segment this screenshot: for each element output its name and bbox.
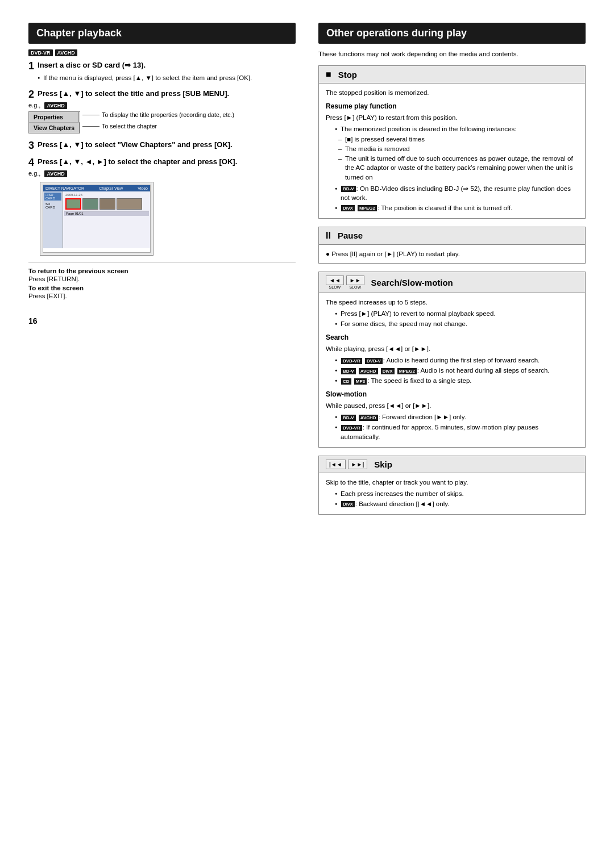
slowmotion-while-text: While paused, press [◄◄] or [►►]. (326, 401, 578, 410)
badge-dvd-v-s: DVD-V (365, 358, 383, 364)
return-heading: To return to the previous screen (28, 268, 296, 274)
badge-cd-s: CD (341, 378, 351, 385)
properties-box-wrapper: Properties View Chapters To display the … (28, 111, 296, 133)
badge-bd-v-s: BD-V (341, 368, 356, 374)
props-label-viewchapters: View Chapters (29, 123, 80, 133)
connector-viewchapters: To select the chapter (82, 123, 234, 130)
op-stop-body: The stopped position is memorized. Resum… (319, 84, 585, 218)
step-1-heading: 1 Insert a disc or SD card (⇒ 13). (28, 61, 296, 71)
step-2-heading: 2 Press [▲, ▼] to select the title and p… (28, 89, 296, 99)
skip-bullet-1: Each press increases the number of skips… (335, 489, 578, 498)
screen-date: 2009.11.25 (64, 193, 149, 197)
step-3: 3 Press [▲, ▼] to select "View Chapters"… (28, 140, 296, 151)
badge-mpeg2: MPEG2 (358, 205, 377, 211)
badge-divx-s: DivX (381, 368, 395, 374)
page-wrapper: Chapter playback DVD-VR AVCHD 1 Insert a… (28, 23, 586, 523)
pause-body-text: ● Press [II] again or [►] (PLAY) to rest… (326, 249, 578, 258)
screen-panel-item-1: □ SD CARD (44, 193, 61, 201)
right-intro: These functions may not work depending o… (318, 49, 586, 59)
step-2: 2 Press [▲, ▼] to select the title and p… (28, 89, 296, 133)
step-4-eg-badge: AVCHD (44, 170, 67, 177)
left-title: Chapter playback (36, 27, 122, 39)
step-4-eg: e.g., AVCHD (28, 170, 296, 177)
viewchapters-desc-text: To select the chapter (102, 123, 157, 130)
badge-divx: DivX (341, 205, 355, 211)
step-3-heading: 3 Press [▲, ▼] to select "View Chapters"… (28, 140, 296, 151)
screen-page-info: Page 01/01 (66, 212, 84, 215)
right-column: Other operations during play These funct… (318, 23, 586, 523)
badge-avchd: AVCHD (55, 49, 77, 56)
badge-divx-skip: DivX (341, 501, 355, 507)
badge-mp3-s: MP3 (354, 378, 367, 385)
resume-bullets: The memorized position is cleared in the… (335, 124, 578, 133)
step-4: 4 Press [▲, ▼, ◄, ►] to select the chapt… (28, 157, 296, 256)
rewind-icon-box: ◄◄ SLOW (326, 276, 344, 289)
step-1-title: Insert a disc or SD card (⇒ 13). (38, 61, 146, 70)
thumb-2 (82, 198, 98, 210)
op-stop-header: ■ Stop (319, 66, 585, 84)
resume-extra-1: BD-V: On BD-Video discs including BD-J (… (335, 184, 578, 202)
search-bullet-1: Press [►] (PLAY) to revert to normal pla… (335, 309, 578, 318)
resume-text: Press [►] (PLAY) to restart from this po… (326, 113, 578, 122)
skip-back-icon: |◄◄ (326, 460, 346, 469)
pause-title: Pause (338, 231, 363, 240)
op-search-body: The speed increases up to 5 steps. Press… (319, 293, 585, 447)
exit-press2: Press [EXIT]. (28, 293, 296, 299)
slowmotion-bullet-1: BD-V AVCHD: Forward direction [►►] only. (335, 412, 578, 422)
op-stop: ■ Stop The stopped position is memorized… (318, 65, 586, 219)
search-bullet-2: For some discs, the speed may not change… (335, 319, 578, 328)
step-2-number: 2 (28, 89, 34, 99)
op-pause: II Pause ● Press [II] again or [►] (PLAY… (318, 227, 586, 264)
screen-title-right: Chapter View (99, 186, 123, 190)
resume-bullet-1: The memorized position is cleared in the… (335, 124, 578, 133)
search-while-text: While playing, press [◄◄] or [►►]. (326, 344, 578, 353)
connector-properties: To display the title properties (recordi… (82, 111, 234, 118)
step-2-title: Press [▲, ▼] to select the title and pre… (38, 89, 229, 99)
op-search: ◄◄ SLOW ►► SLOW Search/Slow-motion The s… (318, 272, 586, 448)
screen-top-bar: DIRECT NAVIGATOR Chapter View Video (43, 185, 150, 191)
skip-title: Skip (374, 460, 392, 469)
screen-title-left: DIRECT NAVIGATOR (45, 186, 84, 190)
thumb-4 (117, 198, 142, 210)
op-pause-header: II Pause (319, 227, 585, 245)
format-badges: DVD-VR AVCHD (28, 49, 296, 56)
op-skip: |◄◄ ►►| Skip Skip to the title, chapter … (318, 456, 586, 515)
return-note: To return to the previous screen Press [… (28, 262, 296, 299)
screen-bottom: Page 01/01 (64, 211, 149, 216)
step-1-bullet-1: If the menu is displayed, press [▲, ▼] t… (38, 73, 296, 82)
search-subtitle: Search (326, 333, 578, 343)
badge-dvd-vr: DVD-VR (28, 49, 53, 56)
search-icons: ◄◄ SLOW ►► SLOW (326, 276, 364, 289)
resume-dash-list: [■] is pressed several times The media i… (338, 135, 578, 181)
op-pause-body: ● Press [II] again or [►] (PLAY) to rest… (319, 245, 585, 263)
step-1-number: 1 (28, 61, 34, 71)
arrow-line-1 (82, 115, 99, 115)
step-4-title: Press [▲, ▼, ◄, ►] to select the chapter… (38, 157, 237, 167)
slow-label-right: SLOW (349, 285, 361, 289)
op-skip-body: Skip to the title, chapter or track you … (319, 473, 585, 514)
resume-extra-bullets: BD-V: On BD-Video discs including BD-J (… (335, 184, 578, 212)
ffwd-icon-box: ►► SLOW (346, 276, 364, 289)
badge-bd-v-sm: BD-V (341, 415, 356, 421)
search-bullets: Press [►] (PLAY) to revert to normal pla… (335, 309, 578, 328)
badge-mpeg2-s: MPEG2 (397, 368, 417, 374)
search-extra-bullets: DVD-VR DVD-V: Audio is heard during the … (335, 356, 578, 385)
badge-bd-v: BD-V (341, 186, 356, 192)
resume-subtitle: Resume play function (326, 102, 578, 111)
arrow-connector: To display the title properties (recordi… (82, 111, 234, 130)
step-1: 1 Insert a disc or SD card (⇒ 13). If th… (28, 61, 296, 82)
op-skip-header: |◄◄ ►►| Skip (319, 456, 585, 473)
skip-fwd-icon: ►►| (348, 460, 368, 469)
chapter-view-screen: DIRECT NAVIGATOR Chapter View Video □ SD… (40, 182, 154, 256)
rewind-icon: ◄◄ (326, 276, 344, 285)
dash-item-1: [■] is pressed several times (338, 135, 578, 144)
thumb-3 (99, 198, 115, 210)
skip-bullet-2: DivX: Backward direction [|◄◄] only. (335, 499, 578, 508)
slow-label-left: SLOW (329, 285, 341, 289)
step-1-bullets: If the menu is displayed, press [▲, ▼] t… (38, 73, 296, 82)
step-3-title: Press [▲, ▼] to select "View Chapters" a… (38, 140, 233, 150)
badge-avchd-sm: AVCHD (359, 415, 378, 421)
search-title: Search/Slow-motion (371, 278, 453, 287)
slowmotion-bullets: BD-V AVCHD: Forward direction [►►] only.… (335, 412, 578, 441)
screen-inner: DIRECT NAVIGATOR Chapter View Video □ SD… (43, 185, 151, 253)
